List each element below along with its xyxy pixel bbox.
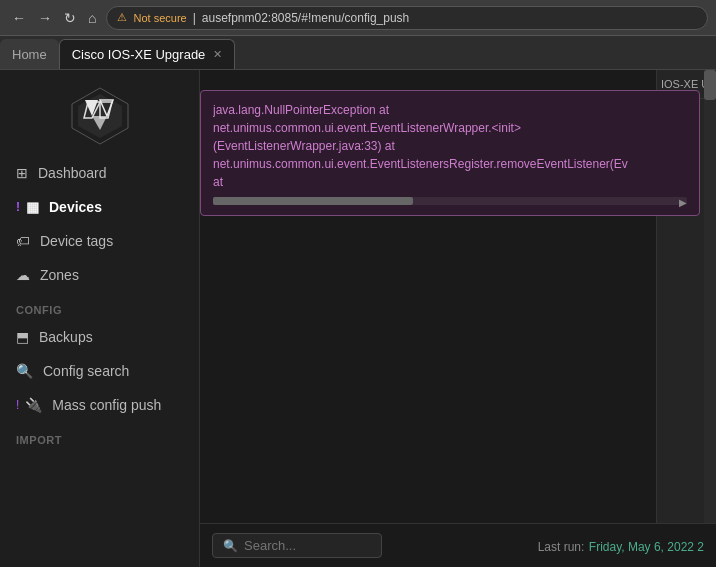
bottom-bar: 🔍 Last run: Friday, May 6, 2022 2: [200, 523, 716, 567]
sidebar-item-mass-config-push-label: Mass config push: [52, 397, 161, 413]
sidebar-item-devices[interactable]: ! ▦ Devices: [0, 190, 199, 224]
sidebar-item-zones-label: Zones: [40, 267, 79, 283]
sidebar-logo: [0, 70, 199, 156]
tab-home[interactable]: Home: [0, 39, 59, 69]
security-warning-icon: ⚠: [117, 11, 127, 24]
url-text: ausefpnm02:8085/#!menu/config_push: [202, 11, 410, 25]
plugin-icon: 🔌: [25, 397, 42, 413]
import-section-label: IMPORT: [0, 422, 199, 450]
scrollbar-thumb: [704, 70, 716, 100]
logo-image: [70, 86, 130, 146]
search-box[interactable]: 🔍: [212, 533, 382, 558]
sidebar-item-backups[interactable]: ⬒ Backups: [0, 320, 199, 354]
app-layout: ⊞ Dashboard ! ▦ Devices 🏷 Device tags ☁ …: [0, 70, 716, 567]
nav-buttons: ← → ↻ ⌂: [8, 8, 100, 28]
error-line-4: net.unimus.common.ui.event.EventListener…: [213, 155, 687, 173]
address-separator: |: [193, 11, 196, 25]
sidebar-item-devices-label: Devices: [49, 199, 102, 215]
sidebar-item-backups-label: Backups: [39, 329, 93, 345]
last-run-value: Friday, May 6, 2022 2: [589, 540, 704, 554]
error-scrollbar[interactable]: ▶: [213, 197, 687, 205]
error-scrollbar-thumb: [213, 197, 413, 205]
tag-icon: 🏷: [16, 233, 30, 249]
sidebar-item-mass-config-push[interactable]: ! 🔌 Mass config push: [0, 388, 199, 422]
sidebar: ⊞ Dashboard ! ▦ Devices 🏷 Device tags ☁ …: [0, 70, 200, 567]
error-line-1: java.lang.NullPointerException at: [213, 101, 687, 119]
sidebar-item-dashboard-label: Dashboard: [38, 165, 107, 181]
search-box-icon: 🔍: [223, 539, 238, 553]
error-line-3: (EventListenerWrapper.java:33) at: [213, 137, 687, 155]
error-line-2: net.unimus.common.ui.event.EventListener…: [213, 119, 687, 137]
sidebar-item-config-search-label: Config search: [43, 363, 129, 379]
error-line-5: at: [213, 173, 687, 191]
sidebar-item-dashboard[interactable]: ⊞ Dashboard: [0, 156, 199, 190]
config-search-icon: 🔍: [16, 363, 33, 379]
tab-close-icon[interactable]: ✕: [213, 48, 222, 61]
devices-grid-icon: ▦: [26, 199, 39, 215]
tab-bar: Home Cisco IOS-XE Upgrade ✕: [0, 36, 716, 70]
error-scrollbar-right-arrow: ▶: [679, 197, 687, 208]
browser-toolbar: ← → ↻ ⌂ ⚠ Not secure | ausefpnm02:8085/#…: [0, 0, 716, 36]
mass-config-alert-icon: !: [16, 398, 19, 412]
sidebar-item-zones[interactable]: ☁ Zones: [0, 258, 199, 292]
main-content: Name * IOS-XE U tion java.lang.NullPoint…: [200, 70, 716, 567]
sidebar-item-device-tags[interactable]: 🏷 Device tags: [0, 224, 199, 258]
refresh-button[interactable]: ↻: [60, 8, 80, 28]
forward-button[interactable]: →: [34, 8, 56, 28]
last-run-info: Last run: Friday, May 6, 2022 2: [538, 537, 704, 555]
devices-alert-icon: !: [16, 200, 20, 214]
dashboard-icon: ⊞: [16, 165, 28, 181]
error-popup: java.lang.NullPointerException at net.un…: [200, 90, 700, 216]
backup-icon: ⬒: [16, 329, 29, 345]
config-section-label: CONFIG: [0, 292, 199, 320]
right-panel-scrollbar[interactable]: [704, 70, 716, 567]
cloud-icon: ☁: [16, 267, 30, 283]
tab-home-label: Home: [12, 47, 47, 62]
security-warning-text: Not secure: [133, 12, 186, 24]
back-button[interactable]: ←: [8, 8, 30, 28]
home-button[interactable]: ⌂: [84, 8, 100, 28]
address-bar[interactable]: ⚠ Not secure | ausefpnm02:8085/#!menu/co…: [106, 6, 708, 30]
search-input[interactable]: [244, 538, 364, 553]
tab-cisco-ios[interactable]: Cisco IOS-XE Upgrade ✕: [59, 39, 236, 69]
last-run-label: Last run:: [538, 540, 585, 554]
sidebar-item-device-tags-label: Device tags: [40, 233, 113, 249]
tab-cisco-ios-label: Cisco IOS-XE Upgrade: [72, 47, 206, 62]
sidebar-item-config-search[interactable]: 🔍 Config search: [0, 354, 199, 388]
